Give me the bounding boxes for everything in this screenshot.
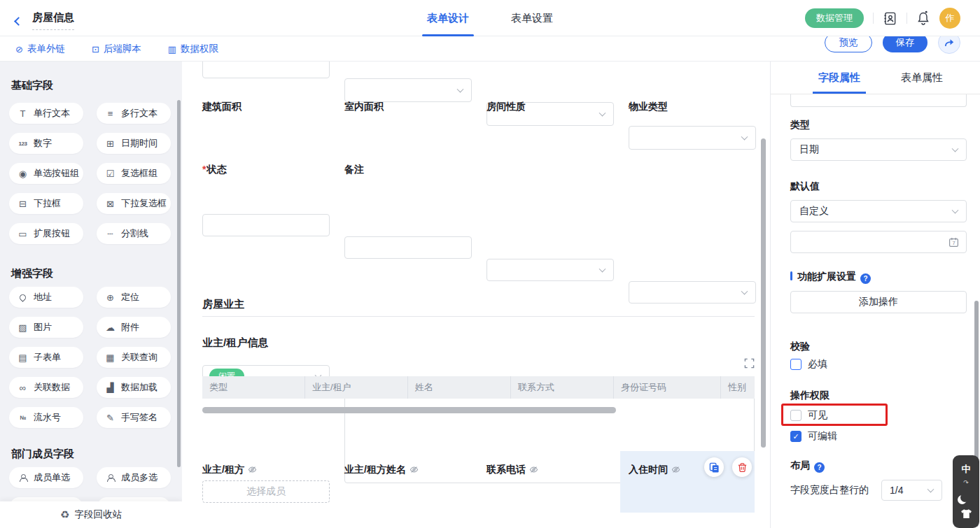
tab-form-settings[interactable]: 表单设置: [511, 0, 553, 36]
default-date-input[interactable]: 7: [790, 231, 967, 253]
toolbar-link-form-external-link[interactable]: ⊘表单外链: [15, 43, 65, 55]
input-indoor-area[interactable]: [344, 236, 472, 259]
divider: [906, 13, 907, 24]
notification-bell-icon[interactable]: [916, 10, 930, 26]
sidebar-item-divider[interactable]: ┄分割线: [97, 223, 171, 244]
required-checkbox[interactable]: [790, 359, 802, 370]
locate-icon: ⊕: [104, 292, 116, 303]
editable-checkbox[interactable]: [790, 431, 802, 442]
address-icon: [17, 294, 29, 301]
eye-slash-icon: [529, 465, 538, 474]
sidebar-item-address[interactable]: 地址: [9, 287, 83, 308]
avatar[interactable]: 作: [939, 8, 960, 29]
sidebar-item-member-multi[interactable]: 成员多选: [97, 467, 171, 488]
sidebar-section-title: 部门成员字段: [11, 448, 182, 460]
field-label-status: *状态: [202, 164, 226, 176]
visible-checkbox[interactable]: [790, 410, 802, 421]
field-width-select[interactable]: 1/4: [881, 480, 942, 501]
subtable-column-header: 类型: [202, 376, 305, 399]
input-building-area[interactable]: [202, 214, 330, 236]
toolbar-link-data-permission[interactable]: ▥数据权限: [168, 43, 218, 55]
multi-select-icon: ⊠: [104, 199, 116, 209]
field-recycle-bin[interactable]: ♻ 字段回收站: [0, 501, 182, 528]
subtable-h-scrollbar[interactable]: [202, 407, 616, 413]
sidebar-item-multi-select[interactable]: ⊠下拉复选框: [97, 193, 171, 214]
input-cutoff-1[interactable]: [202, 62, 330, 78]
data-manage-button[interactable]: 数据管理: [805, 8, 864, 28]
calendar-icon: 7: [948, 237, 959, 248]
field-name-input-cutoff[interactable]: [790, 94, 967, 107]
theme-shirt-icon[interactable]: [960, 508, 972, 519]
type-label: 类型: [790, 119, 810, 131]
checkbox-group-icon: ☑: [104, 169, 116, 179]
sidebar-item-subform[interactable]: ▤子表单: [9, 347, 83, 368]
tab-form-properties[interactable]: 表单属性: [901, 62, 943, 94]
sidebar-item-member-single[interactable]: 成员单选: [9, 467, 83, 488]
trash-icon: [737, 462, 748, 473]
sidebar-item-signature[interactable]: ✎手写签名: [97, 407, 171, 428]
sidebar-scrollbar[interactable]: [177, 100, 181, 467]
subtable-column-header: 业主/租户: [305, 376, 408, 399]
select-property-type[interactable]: [629, 281, 756, 304]
permission-title: 操作权限: [790, 390, 830, 402]
field-label-building-area: 建筑面积: [202, 101, 241, 113]
sidebar-item-datetime[interactable]: ⊞日期时间: [97, 133, 171, 154]
subtable-header-row: 类型业主/租户姓名联系方式身份证号码性别: [202, 376, 755, 399]
divider: [873, 13, 874, 24]
default-value-select[interactable]: 自定义: [790, 200, 967, 222]
field-label-owner-name: 业主/租方姓名: [344, 464, 419, 476]
language-toggle[interactable]: 中: [962, 464, 971, 473]
chevron-down-icon: [952, 145, 959, 152]
select-cutoff-4[interactable]: [629, 126, 756, 150]
member-picker-input[interactable]: 选择成员: [202, 480, 330, 503]
sidebar-item-data-load[interactable]: ▟数据加载: [97, 377, 171, 398]
sidebar-item-single-text[interactable]: T单行文本: [9, 103, 83, 124]
field-width-label: 字段宽度占整行的: [790, 484, 869, 497]
recycle-icon: ♻: [60, 508, 69, 521]
sidebar-item-serial-no[interactable]: №流水号: [9, 407, 83, 428]
help-icon[interactable]: [814, 462, 825, 473]
sidebar-item-select[interactable]: ⊟下拉框: [9, 193, 83, 214]
header-actions: 数据管理 作: [805, 0, 960, 36]
permission-icon: ▥: [168, 44, 176, 55]
single-text-icon: T: [17, 108, 29, 119]
canvas-scrollbar[interactable]: [761, 138, 766, 448]
sidebar-section-title: 基础字段: [11, 79, 182, 92]
field-label-room-nature: 房间性质: [486, 101, 526, 113]
divider-icon: ┄: [104, 229, 116, 239]
add-action-button[interactable]: 添加操作: [790, 291, 967, 313]
toolbar-link-backend-script[interactable]: ⊡后端脚本: [92, 43, 141, 55]
help-icon[interactable]: [860, 273, 871, 284]
select-room-nature[interactable]: [486, 259, 614, 281]
datetime-icon: ⊞: [104, 138, 116, 149]
copy-field-button[interactable]: [704, 457, 724, 477]
relation-query-icon: ▦: [104, 352, 116, 363]
validation-title: 校验: [790, 341, 810, 353]
sidebar-item-extend-button[interactable]: ▭扩展按钮: [9, 223, 83, 244]
sidebar-item-image[interactable]: ▨图片: [9, 317, 83, 338]
signature-icon: ✎: [104, 413, 116, 423]
expand-fullscreen-icon[interactable]: [744, 358, 755, 369]
editable-checkbox-row: 可编辑: [790, 430, 837, 443]
sidebar-item-attachment[interactable]: ☁附件: [97, 317, 171, 338]
subtable-column-header: 性别: [721, 376, 755, 399]
sidebar-item-checkbox-group[interactable]: ☑复选框组: [97, 163, 171, 184]
sidebar-item-locate[interactable]: ⊕定位: [97, 287, 171, 308]
sidebar-item-relation-query[interactable]: ▦关联查询: [97, 347, 171, 368]
field-label-property-type: 物业类型: [629, 101, 668, 113]
type-select[interactable]: 日期: [790, 138, 967, 161]
contacts-icon[interactable]: [883, 11, 897, 26]
sidebar-item-radio-group[interactable]: ◉单选按钮组: [9, 163, 83, 184]
sidebar-item-relation-data[interactable]: ∞关联数据: [9, 377, 83, 398]
dark-mode-moon-icon[interactable]: [960, 493, 969, 502]
select-cutoff-2[interactable]: [344, 78, 472, 102]
tab-field-properties[interactable]: 字段属性: [818, 62, 860, 94]
tab-form-design[interactable]: 表单设计: [427, 0, 469, 36]
number-icon: 123: [17, 141, 29, 147]
sidebar-item-multi-text[interactable]: ≡多行文本: [97, 103, 171, 124]
eye-slash-icon: [248, 465, 257, 474]
back-icon[interactable]: [15, 15, 22, 27]
delete-field-button[interactable]: [732, 457, 752, 477]
eye-slash-icon: [410, 465, 419, 474]
sidebar-item-number[interactable]: 123数字: [9, 133, 83, 154]
